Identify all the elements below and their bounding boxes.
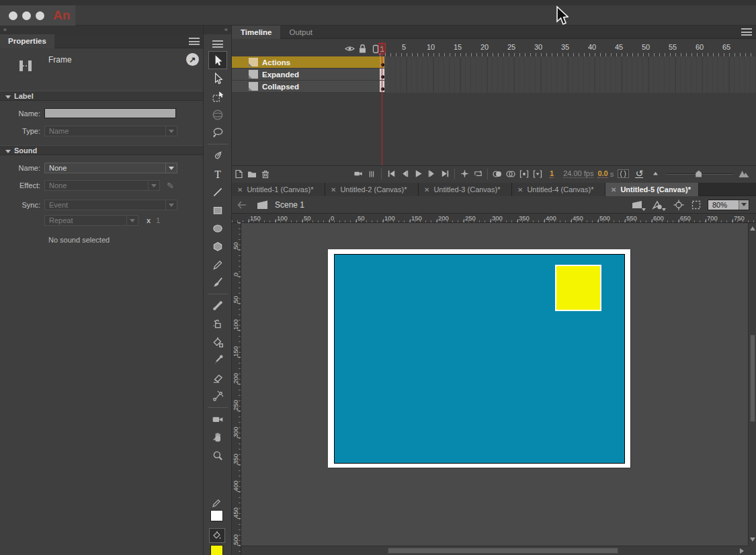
shrink-frames-icon[interactable] bbox=[648, 168, 662, 180]
fill-color-bucket-button[interactable] bbox=[209, 528, 225, 543]
collapse-tools-strip[interactable]: « bbox=[204, 26, 231, 34]
center-stage-icon[interactable] bbox=[671, 198, 686, 212]
free-transform-tool[interactable] bbox=[208, 87, 227, 105]
layer-frames-strip[interactable] bbox=[380, 56, 756, 69]
hand-tool[interactable] bbox=[208, 428, 227, 446]
lock-icon[interactable] bbox=[358, 44, 367, 54]
label-name-input[interactable] bbox=[44, 108, 176, 118]
play-icon[interactable] bbox=[411, 168, 425, 180]
eraser-tool[interactable] bbox=[208, 369, 227, 387]
clip-content-icon[interactable] bbox=[689, 198, 704, 212]
step-forward-icon[interactable] bbox=[425, 168, 438, 180]
close-tab-icon[interactable]: ✕ bbox=[424, 186, 429, 194]
loop-icon[interactable] bbox=[471, 168, 485, 180]
fill-color-swatch[interactable] bbox=[210, 545, 223, 555]
document-tab-5[interactable]: ✕Untitled-5 (Canvas)* bbox=[605, 183, 699, 196]
scroll-down-icon[interactable] bbox=[750, 538, 755, 542]
onion-skin-icon[interactable] bbox=[491, 168, 504, 180]
edit-multiple-frames-icon[interactable] bbox=[517, 168, 531, 180]
lasso-tool[interactable] bbox=[208, 124, 227, 142]
enlarge-frames-icon[interactable] bbox=[737, 168, 751, 180]
step-back-icon[interactable] bbox=[398, 168, 411, 180]
new-layer-icon[interactable] bbox=[232, 168, 245, 180]
horizontal-scroll-thumb[interactable] bbox=[388, 548, 618, 554]
oval-tool[interactable] bbox=[208, 219, 227, 237]
layer-frames-strip[interactable] bbox=[380, 81, 756, 93]
eyedropper-tool[interactable] bbox=[208, 351, 227, 369]
document-tab-2[interactable]: ✕Untitled-2 (Canvas)* bbox=[325, 183, 419, 196]
go-first-frame-icon[interactable] bbox=[384, 168, 398, 180]
text-tool[interactable]: T bbox=[208, 165, 227, 183]
timeline-menu-icon[interactable] bbox=[741, 28, 752, 36]
close-tab-icon[interactable]: ✕ bbox=[517, 186, 523, 194]
3d-rotation-tool[interactable] bbox=[208, 105, 227, 124]
paren-toggle-icon[interactable]: ( ) bbox=[616, 168, 630, 180]
onion-skin-outlines-icon[interactable] bbox=[504, 168, 517, 180]
center-frame-icon[interactable] bbox=[458, 168, 471, 180]
insert-camera-icon[interactable] bbox=[351, 168, 365, 180]
collapse-panel-strip[interactable]: « bbox=[0, 26, 203, 34]
go-last-frame-icon[interactable] bbox=[438, 168, 452, 180]
asset-warp-tool[interactable] bbox=[208, 387, 227, 405]
layer-row-collapsed[interactable]: Collapsed bbox=[232, 81, 756, 93]
repeat-count-value[interactable]: 1 bbox=[156, 216, 160, 224]
line-tool[interactable] bbox=[208, 183, 227, 201]
zoom-button[interactable] bbox=[36, 11, 44, 20]
yellow-square-shape[interactable] bbox=[555, 265, 601, 311]
scroll-right-icon[interactable] bbox=[740, 548, 744, 554]
camera-tool[interactable] bbox=[208, 410, 227, 428]
zoom-tool[interactable] bbox=[208, 446, 227, 464]
pencil-tool[interactable] bbox=[208, 255, 227, 273]
reset-timeline-zoom-icon[interactable]: ↺ bbox=[632, 168, 646, 180]
timeline-tab-timeline[interactable]: Timeline bbox=[232, 26, 280, 39]
trash-icon[interactable] bbox=[259, 168, 272, 180]
timeline-zoom-thumb[interactable] bbox=[696, 171, 702, 177]
scene-name-label[interactable]: Scene 1 bbox=[275, 200, 304, 210]
rectangle-tool[interactable] bbox=[208, 201, 227, 219]
stage-zoom-select[interactable]: 80% bbox=[708, 200, 749, 210]
timeline-tab-output[interactable]: Output bbox=[280, 26, 321, 39]
footer-current-frame[interactable]: 1 bbox=[550, 169, 554, 178]
keyframe-cell[interactable] bbox=[380, 56, 385, 68]
panel-menu-icon[interactable] bbox=[189, 38, 200, 45]
help-link-button[interactable]: ↗ bbox=[186, 53, 199, 66]
ink-bottle-tool[interactable] bbox=[208, 314, 227, 333]
timeline-zoom-slider[interactable] bbox=[666, 169, 733, 179]
selection-tool[interactable] bbox=[208, 51, 227, 69]
layer-frames-strip[interactable] bbox=[380, 69, 756, 81]
close-button[interactable] bbox=[9, 11, 17, 20]
modify-markers-icon[interactable] bbox=[531, 168, 544, 180]
paint-bucket-tool[interactable] bbox=[208, 333, 227, 351]
tools-menu-icon[interactable] bbox=[212, 40, 223, 48]
keyframe-cell[interactable] bbox=[380, 69, 385, 80]
show-layer-depth-icon[interactable] bbox=[365, 168, 378, 180]
document-tab-3[interactable]: ✕Untitled-3 (Canvas)* bbox=[419, 183, 512, 196]
tab-properties[interactable]: Properties bbox=[0, 34, 54, 48]
eye-icon[interactable] bbox=[345, 44, 355, 53]
pen-tool[interactable] bbox=[208, 146, 227, 165]
layer-row-actions[interactable]: Actions✎ bbox=[232, 56, 756, 69]
vertical-scroll-thumb[interactable] bbox=[750, 335, 755, 422]
section-header-label[interactable]: Label bbox=[0, 91, 203, 101]
document-tab-1[interactable]: ✕Untitled-1 (Canvas)* bbox=[232, 183, 325, 196]
new-folder-icon[interactable] bbox=[245, 168, 259, 180]
back-arrow-icon[interactable] bbox=[235, 198, 249, 212]
close-tab-icon[interactable]: ✕ bbox=[237, 186, 243, 194]
playhead[interactable] bbox=[382, 42, 382, 165]
fps-value[interactable]: 24.00 fps bbox=[563, 169, 593, 178]
section-header-sound[interactable]: Sound bbox=[0, 145, 203, 155]
document-tab-4[interactable]: ✕Untitled-4 (Canvas)* bbox=[512, 183, 605, 196]
close-tab-icon[interactable]: ✕ bbox=[611, 186, 616, 194]
bone-tool[interactable] bbox=[208, 296, 227, 314]
elapsed-time-value[interactable]: 0.0 bbox=[597, 169, 607, 178]
subselection-tool[interactable] bbox=[208, 69, 227, 87]
layer-row-expanded[interactable]: Expanded bbox=[232, 69, 756, 81]
close-tab-icon[interactable]: ✕ bbox=[331, 186, 336, 194]
horizontal-scrollbar[interactable] bbox=[232, 546, 748, 555]
vertical-scrollbar[interactable] bbox=[748, 223, 756, 546]
polystar-tool[interactable] bbox=[208, 237, 227, 255]
sound-name-dropdown[interactable]: None bbox=[44, 163, 177, 173]
minimize-button[interactable] bbox=[22, 11, 31, 20]
scroll-up-icon[interactable] bbox=[750, 226, 755, 230]
keyframe-cell[interactable] bbox=[380, 81, 385, 92]
